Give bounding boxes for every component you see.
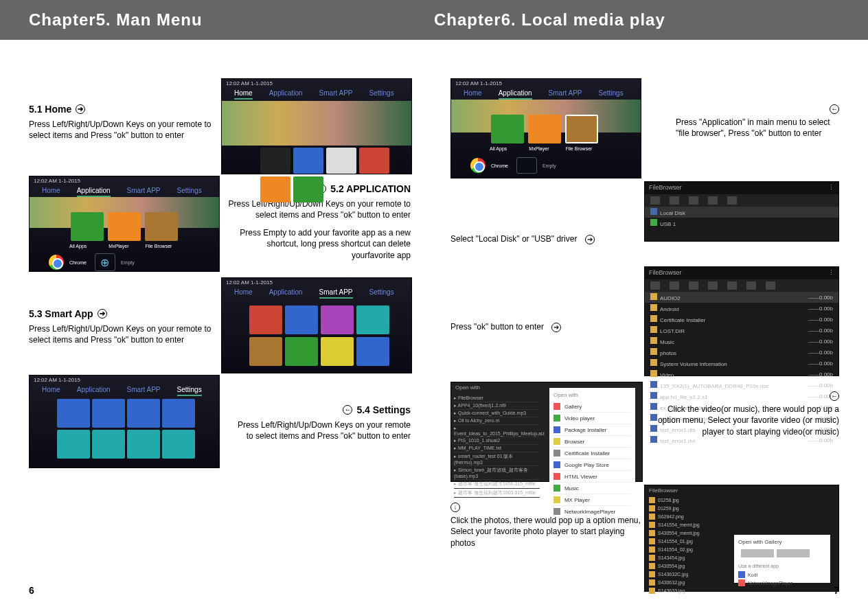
right-step-1-body: Press "Application" in main menu to sele… xyxy=(676,117,839,139)
section-5-3-body: Press Left/Right/Up/Down Keys on your re… xyxy=(29,323,221,345)
screenshot-filebrowser-drives: FileBrowser⋮ Local Disk USB 1 xyxy=(644,181,839,242)
screenshot-app-right: 12:02 AM 1-1-2015 Home Application Smart… xyxy=(450,78,641,178)
screenshot-photo-browser: FileBrowser 01258.jpg01259.jpgS62842.png… xyxy=(644,485,839,592)
right-step-4: ← Click the video(or music), there would… xyxy=(656,390,839,437)
screenshot-filebrowser-folders: FileBrowser⋮ AUDIO2------0.00bAndroid---… xyxy=(644,266,839,376)
screenshot-smartapp: 12:02 AM 1-1-2015 Home Application Smart… xyxy=(221,277,412,373)
arrow-right-icon: ➔ xyxy=(585,235,595,244)
section-5-4-title: ←5.4 Settings xyxy=(233,404,411,417)
arrow-right-icon: ➔ xyxy=(98,309,107,319)
screenshot-application: 12:02 AM 1-1-2015 Home Application Smart… xyxy=(29,176,220,272)
right-step-5-body: Click the photos, there would pop up a o… xyxy=(450,515,643,549)
right-step-1: ← Press "Application" in main menu to se… xyxy=(676,103,839,139)
section-5-3: 5.3 Smart App➔ Press Left/Right/Up/Down … xyxy=(29,308,221,345)
screenshot-open-with: Open with ▸ FileBrowser▸ APP4_10(fixed)1… xyxy=(450,382,643,482)
right-step-5: ↓ Click the photos, there would pop up a… xyxy=(450,501,643,549)
chrome-icon xyxy=(49,255,64,270)
arrow-right-icon: ➔ xyxy=(551,323,561,332)
page-number-right: 7 xyxy=(834,585,839,596)
chapter5-title: Chapter5. Man Menu xyxy=(29,10,434,30)
arrow-right-icon: ➔ xyxy=(76,104,85,114)
page-number-left: 6 xyxy=(29,585,34,596)
page-content: 5.1 Home➔ Press Left/Right/Up/Down Keys … xyxy=(0,40,868,600)
arrow-left-icon: ← xyxy=(830,104,839,114)
right-step-3: Press "ok" button to enter ➔ xyxy=(450,321,636,332)
chapter6-title: Chapter6. Local media play xyxy=(434,10,665,30)
arrow-left-icon: ← xyxy=(343,405,352,415)
section-5-4: ←5.4 Settings Press Left/Right/Up/Down K… xyxy=(233,404,411,441)
arrow-down-icon: ↓ xyxy=(450,503,460,512)
section-5-4-body: Press Left/Right/Up/Down Keys on your re… xyxy=(233,419,411,441)
section-5-1-body: Press Left/Right/Up/Down Keys on your re… xyxy=(29,119,214,141)
photo-open-popup: Open with Gallery Use a different app Ko… xyxy=(734,535,830,583)
chapter-banner: Chapter5. Man Menu Chapter6. Local media… xyxy=(0,0,868,40)
section-5-1-title: 5.1 Home➔ xyxy=(29,103,85,116)
arrow-left-icon: ← xyxy=(830,391,839,401)
section-5-3-title: 5.3 Smart App➔ xyxy=(29,308,107,321)
screenshot-settings: 12:02 AM 1-1-2015 Home Application Smart… xyxy=(29,375,220,468)
chrome-icon xyxy=(470,158,486,173)
right-step-4-body: Click the video(or music), there would p… xyxy=(656,404,839,437)
section-5-1: 5.1 Home➔ Press Left/Right/Up/Down Keys … xyxy=(29,103,214,141)
right-step-2: Select "Local Disk" or "USB" driver ➔ xyxy=(450,233,636,244)
section-5-2-body2: Press Empty to add your favorite app as … xyxy=(227,227,411,261)
screenshot-home: 12:02 AM 1-1-2015 Home Application Smart… xyxy=(221,78,412,174)
